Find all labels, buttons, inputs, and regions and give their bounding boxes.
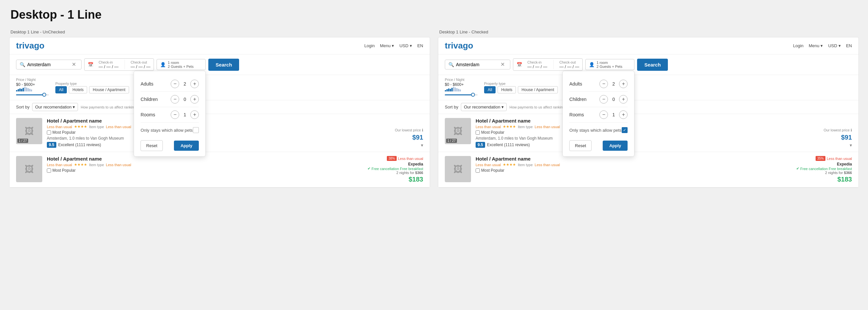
children-plus-btn-1[interactable]: + [190, 95, 199, 103]
search-btn-2[interactable]: Search [637, 59, 668, 71]
pets-label-2: Only stays which allow pets [569, 128, 621, 133]
person-icon-2: 👤 [589, 62, 594, 67]
adults-plus-btn-2[interactable]: + [619, 80, 627, 88]
children-val-2: 0 [611, 97, 616, 102]
price-slider-1[interactable] [16, 92, 49, 97]
children-plus-btn-2[interactable]: + [619, 95, 627, 103]
pets-checkbox-2[interactable] [622, 127, 627, 133]
menu-btn-1[interactable]: Menu ▾ [380, 43, 394, 48]
adults-row-1: Adults − 2 + [141, 76, 199, 92]
most-popular-badge-1-2[interactable]: Most Popular [475, 130, 504, 135]
adults-row-2: Adults − 2 + [569, 76, 627, 92]
sort-select-1[interactable]: Our recomendation ▾ [32, 103, 78, 111]
adults-minus-btn-1[interactable]: − [170, 80, 179, 88]
city-input-2[interactable] [456, 62, 498, 67]
date-wrap-1[interactable]: 📅 Check-in — / — / — Check-out — / — / — [84, 58, 154, 71]
children-minus-btn-2[interactable]: − [599, 95, 608, 103]
section2-label: Desktop 1 Line - Checked [438, 30, 859, 34]
chip-hotels-1[interactable]: Hotels [69, 86, 87, 93]
checkin-field-2[interactable]: Check-in — / — / — [527, 60, 547, 69]
reset-btn-2[interactable]: Reset [569, 140, 592, 151]
currency-btn-2[interactable]: USD ▾ [828, 43, 840, 48]
date-wrap-2[interactable]: 📅 Check-in — / — / — Check-out — / — / — [513, 58, 583, 71]
guest-wrap-1[interactable]: 👤 1 room 2 Guests + Pets [157, 59, 206, 70]
clear-city-btn-2[interactable]: ✕ [500, 62, 505, 67]
hotel-big-price-1: $183 [409, 176, 424, 183]
search-btn-1[interactable]: Search [208, 59, 239, 71]
hotel-tags-1-2: Less than usual ★★★★ Item type Less than… [475, 125, 815, 129]
most-popular-check-2[interactable] [47, 168, 51, 173]
login-link-2[interactable]: Login [793, 43, 804, 48]
currency-btn-1[interactable]: USD ▾ [399, 43, 412, 48]
filter-bar-2: Price / Night $0 - $600+ [438, 75, 859, 100]
hotel-info-1-1: Hotel / Apartment name Less than usual ★… [47, 118, 386, 148]
hotel-name-2-1: Hotel / Apartment name [47, 156, 363, 161]
logo-2: trivago [445, 41, 473, 51]
lang-btn-2[interactable]: EN [846, 43, 852, 48]
checkin-field-1[interactable]: Check-in — / — / — [99, 60, 119, 69]
browser-frame-2: trivago Login Menu ▾ USD ▾ EN [438, 37, 859, 188]
checkout-field-1[interactable]: Check-out — / — / — [131, 60, 151, 69]
pets-checkbox-1[interactable] [193, 127, 199, 133]
lang-btn-1[interactable]: EN [417, 43, 423, 48]
most-popular-badge-2-2[interactable]: Most Popular [475, 168, 504, 173]
city-search-wrap-2[interactable]: 🔍 ✕ [445, 60, 510, 69]
children-minus-btn-1[interactable]: − [170, 95, 179, 103]
popup-actions-2: Reset Apply [569, 137, 627, 151]
calendar-icon-1: 📅 [88, 62, 93, 67]
hotel-expand-1-1[interactable]: ▾ [421, 143, 423, 148]
rooms-plus-btn-1[interactable]: + [190, 111, 199, 119]
chip-all-2[interactable]: All [484, 86, 496, 93]
image-placeholder-icon-3: 🖼 [453, 126, 463, 137]
image-placeholder-icon-4: 🖼 [453, 164, 463, 175]
apply-btn-1[interactable]: Apply [174, 141, 199, 151]
clear-city-btn-1[interactable]: ✕ [72, 62, 76, 67]
apply-btn-2[interactable]: Apply [603, 141, 627, 151]
rooms-stepper-2: − 1 + [599, 111, 627, 119]
chevron-down-icon-4: ▾ [839, 43, 841, 48]
price-slider-2[interactable] [445, 92, 477, 97]
menu-btn-2[interactable]: Menu ▾ [809, 43, 823, 48]
adults-plus-btn-1[interactable]: + [190, 80, 199, 88]
payments-note-1: How payments to us affect ranking ℹ [81, 105, 142, 110]
pets-row-2: Only stays which allow pets [569, 123, 627, 137]
adults-minus-btn-2[interactable]: − [599, 80, 608, 88]
hotel-price-1-1: Our lowest price ℹ $91 ▾ [391, 118, 423, 148]
rooms-plus-btn-2[interactable]: + [619, 111, 627, 119]
guest-btn-wrap-2[interactable]: 👤 1 room 2 Guests + Pets Adults − 2 [585, 59, 634, 70]
chip-all-1[interactable]: All [55, 86, 67, 93]
nights-price-1: 2 nights for $366 [368, 171, 423, 175]
hotel-price-val-1-1: $91 [412, 134, 423, 141]
chip-house-1[interactable]: House / Apartment [89, 86, 129, 93]
most-popular-check-3[interactable] [475, 130, 480, 135]
checkout-field-2[interactable]: Check-out — / — / — [559, 60, 580, 69]
chip-house-2[interactable]: House / Apartment [518, 86, 557, 93]
login-link-1[interactable]: Login [364, 43, 375, 48]
most-popular-badge-2-1[interactable]: Most Popular [47, 168, 76, 173]
payments-note-2: How payments to us affect ranking ℹ [509, 105, 570, 110]
free-cancel-1: ✔ Free cancellation Free breakfast [368, 166, 423, 171]
guest-btn-wrap-1[interactable]: 👤 1 room 2 Guests + Pets Adults − 2 [157, 59, 206, 70]
most-popular-badge-1-1[interactable]: Most Popular [47, 130, 76, 135]
guest-wrap-2[interactable]: 👤 1 room 2 Guests + Pets [585, 59, 634, 70]
adults-label-2: Adults [569, 81, 582, 87]
chip-hotels-2[interactable]: Hotels [498, 86, 516, 93]
sort-select-2[interactable]: Our recomendation ▾ [461, 103, 507, 111]
most-popular-check-4[interactable] [475, 168, 480, 173]
most-popular-check-1[interactable] [47, 130, 51, 135]
rooms-row-1: Rooms − 1 + [141, 107, 199, 123]
less-tag-2-1: Less than usual [398, 157, 423, 161]
reset-btn-1[interactable]: Reset [141, 140, 163, 151]
children-label-2: Children [569, 97, 586, 102]
chevron-down-icon-3: ▾ [820, 43, 823, 48]
city-search-wrap-1[interactable]: 🔍 ✕ [16, 60, 82, 69]
rooms-minus-btn-2[interactable]: − [599, 111, 608, 119]
rooms-minus-btn-1[interactable]: − [170, 111, 179, 119]
adults-label-1: Adults [141, 81, 153, 87]
section-unchecked: Desktop 1 Line - UnChecked trivago Login… [5, 27, 434, 190]
city-input-1[interactable] [27, 62, 70, 67]
hotel-card-1-1: 🖼 1 / 27 Hotel / Apartment name Less tha… [9, 114, 430, 152]
navbar-1: trivago Login Menu ▾ USD ▾ EN [9, 37, 430, 54]
hotel-img-1-1: 🖼 1 / 27 [16, 118, 42, 144]
hotel-expand-1-2[interactable]: ▾ [850, 143, 852, 148]
